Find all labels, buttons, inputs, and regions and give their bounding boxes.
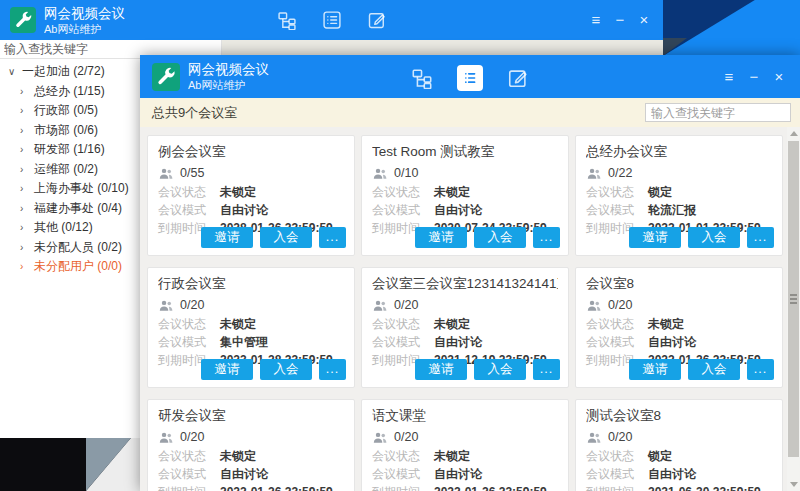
minimize-button[interactable]: − — [613, 12, 627, 27]
status-value: 未锁定 — [648, 318, 684, 331]
app-subtitle: Ab网站维护 — [188, 79, 269, 93]
tree-item[interactable]: › 总经办 (1/15) — [0, 82, 140, 102]
people-icon — [158, 299, 174, 312]
status-value: 未锁定 — [434, 450, 470, 463]
status-value: 未锁定 — [220, 450, 256, 463]
join-button[interactable]: 入会 — [474, 227, 526, 248]
tree-chevron-icon[interactable]: › — [20, 222, 34, 233]
field-label: 会议状态 — [372, 450, 434, 463]
card-buttons: 邀请 入会 ... — [201, 359, 346, 380]
tree-chevron-icon[interactable]: › — [20, 105, 34, 116]
field-label: 会议模式 — [586, 468, 648, 481]
tree-item[interactable]: ∨ 一起加油 (2/72) — [0, 62, 140, 82]
menu-icon[interactable]: ≡ — [722, 69, 736, 84]
app-subtitle: Ab网站维护 — [44, 23, 125, 37]
tree-item[interactable]: › 其他 (0/12) — [0, 218, 140, 238]
more-button[interactable]: ... — [747, 227, 774, 248]
tree-chevron-icon[interactable]: ∨ — [8, 66, 22, 77]
scroll-up-icon[interactable] — [787, 127, 800, 140]
status-row: 会议状态 锁定 — [586, 186, 772, 199]
more-button[interactable]: ... — [533, 227, 560, 248]
menu-icon[interactable]: ≡ — [589, 12, 603, 27]
mode-row: 会议模式 自由讨论 — [586, 468, 772, 481]
tree-chevron-icon[interactable]: › — [20, 164, 34, 175]
tree-chevron-icon[interactable]: › — [20, 144, 34, 155]
more-button[interactable]: ... — [533, 359, 560, 380]
more-button[interactable]: ... — [319, 359, 346, 380]
tree-item[interactable]: › 福建办事处 (0/4) — [0, 199, 140, 219]
tree-item[interactable]: › 市场部 (0/6) — [0, 121, 140, 141]
join-button[interactable]: 入会 — [260, 359, 312, 380]
background-titlebar: 网会视频会议 Ab网站维护 ≡ − × — [0, 0, 663, 40]
tree-item-label: 运维部 (0/2) — [34, 161, 98, 178]
field-label: 会议状态 — [158, 318, 220, 331]
invite-button[interactable]: 邀请 — [415, 227, 467, 248]
desktop-wallpaper-bottom-left — [0, 438, 140, 491]
invite-button[interactable]: 邀请 — [201, 227, 253, 248]
mode-row: 会议模式 自由讨论 — [586, 336, 772, 349]
invite-button[interactable]: 邀请 — [629, 227, 681, 248]
room-list-icon[interactable] — [322, 10, 342, 30]
close-button[interactable]: × — [772, 69, 786, 84]
card-buttons: 邀请 入会 ... — [201, 227, 346, 248]
scrollbar[interactable] — [787, 127, 800, 491]
tree-item[interactable]: › 运维部 (0/2) — [0, 160, 140, 180]
compose-icon[interactable] — [367, 10, 387, 30]
mode-value: 轮流汇报 — [648, 204, 696, 217]
room-list-icon-active[interactable] — [457, 65, 483, 91]
app-title: 网会视频会议 — [44, 6, 125, 23]
invite-button[interactable]: 邀请 — [415, 359, 467, 380]
minimize-button[interactable]: − — [747, 69, 761, 84]
background-nav-icons — [277, 10, 387, 30]
room-card: 会议室8 0/20 会议状态 未锁定 会议模式 自由讨论 到期时间 2022-0… — [575, 267, 783, 388]
occupancy-value: 0/20 — [180, 430, 204, 444]
org-structure-icon[interactable] — [277, 10, 297, 30]
occupancy: 0/20 — [586, 297, 772, 313]
tree-item-label: 研发部 (1/16) — [34, 141, 105, 158]
close-button[interactable]: × — [637, 12, 651, 27]
more-button[interactable]: ... — [319, 227, 346, 248]
more-button[interactable]: ... — [747, 359, 774, 380]
tree-item[interactable]: › 未分配用户 (0/0) — [0, 257, 140, 277]
app-title-block: 网会视频会议 Ab网站维护 — [44, 6, 125, 37]
tree-item[interactable]: › 行政部 (0/5) — [0, 101, 140, 121]
tree-item-label: 未分配用户 (0/0) — [34, 258, 122, 275]
tree-item[interactable]: › 未分配人员 (0/2) — [0, 238, 140, 258]
join-button[interactable]: 入会 — [688, 227, 740, 248]
tree-item[interactable]: › 上海办事处 (0/10) — [0, 179, 140, 199]
tree-chevron-icon[interactable]: › — [20, 261, 34, 272]
occupancy: 0/10 — [372, 165, 558, 181]
tree-chevron-icon[interactable]: › — [20, 203, 34, 214]
tree-chevron-icon[interactable]: › — [20, 242, 34, 253]
foreground-titlebar: 网会视频会议 Ab网站维护 ≡ − × — [140, 55, 800, 98]
scroll-thumb[interactable] — [788, 141, 799, 457]
people-icon — [586, 167, 602, 180]
invite-button[interactable]: 邀请 — [201, 359, 253, 380]
tree-chevron-icon[interactable]: › — [20, 183, 34, 194]
tree-chevron-icon[interactable]: › — [20, 125, 34, 136]
tree-item-label: 市场部 (0/6) — [34, 122, 98, 139]
mode-row: 会议模式 自由讨论 — [158, 468, 344, 481]
room-search-input[interactable] — [645, 103, 791, 122]
join-button[interactable]: 入会 — [688, 359, 740, 380]
tree-item[interactable]: › 研发部 (1/16) — [0, 140, 140, 160]
join-button[interactable]: 入会 — [474, 359, 526, 380]
tree-item-label: 未分配人员 (0/2) — [34, 239, 122, 256]
field-label: 会议模式 — [372, 336, 434, 349]
room-name: 研发会议室 — [158, 407, 344, 425]
room-toolbar: 总共9个会议室 — [140, 98, 800, 127]
status-value: 未锁定 — [434, 318, 470, 331]
tree-item-label: 一起加油 (2/72) — [22, 63, 105, 80]
join-button[interactable]: 入会 — [260, 227, 312, 248]
org-structure-icon[interactable] — [411, 67, 433, 89]
compose-icon[interactable] — [507, 67, 529, 89]
card-buttons: 邀请 入会 ... — [415, 359, 560, 380]
invite-button[interactable]: 邀请 — [629, 359, 681, 380]
mode-row: 会议模式 自由讨论 — [372, 468, 558, 481]
tree-chevron-icon[interactable]: › — [20, 86, 34, 97]
occupancy-value: 0/22 — [608, 166, 632, 180]
mode-value: 自由讨论 — [220, 204, 268, 217]
people-icon — [158, 431, 174, 444]
scroll-down-icon[interactable] — [787, 478, 800, 491]
wallpaper-slate-triangle — [663, 38, 693, 56]
